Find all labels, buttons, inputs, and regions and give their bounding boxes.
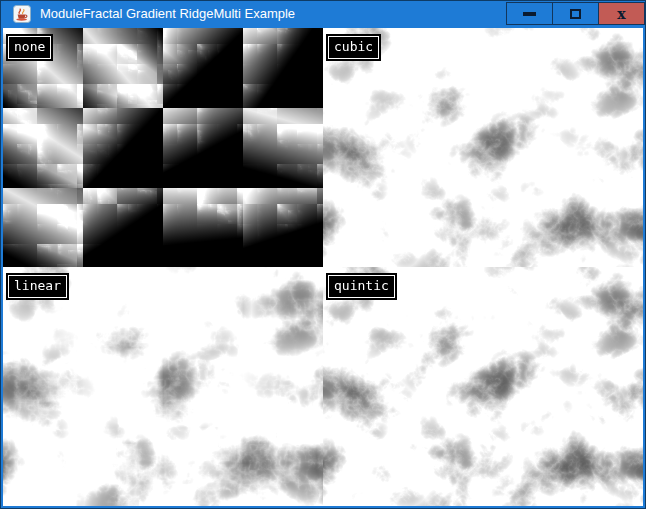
panel-label-linear: linear [8, 275, 67, 298]
noise-canvas-none [3, 28, 323, 267]
noise-panel-quintic: quintic [323, 267, 643, 506]
panel-label-cubic: cubic [328, 36, 379, 59]
title-bar[interactable]: ModuleFractal Gradient RidgeMulti Exampl… [0, 0, 646, 28]
noise-panel-cubic: cubic [323, 28, 643, 267]
window-controls: x [507, 2, 645, 25]
minimize-icon [523, 12, 536, 16]
maximize-icon [570, 9, 581, 19]
noise-canvas-cubic [323, 28, 643, 267]
panel-label-quintic: quintic [328, 275, 395, 298]
app-window: ModuleFractal Gradient RidgeMulti Exampl… [0, 0, 646, 509]
maximize-button[interactable] [552, 2, 599, 25]
close-button[interactable]: x [598, 2, 645, 25]
noise-panel-none: none [3, 28, 323, 267]
render-area: none cubic linear quintic [3, 28, 643, 506]
close-x-icon: x [617, 7, 625, 21]
noise-canvas-quintic [323, 267, 643, 506]
panel-label-none: none [8, 36, 51, 59]
window-title: ModuleFractal Gradient RidgeMulti Exampl… [40, 0, 295, 28]
noise-panel-linear: linear [3, 267, 323, 506]
noise-canvas-linear [3, 267, 323, 506]
minimize-button[interactable] [506, 2, 553, 25]
java-coffee-cup-icon [13, 5, 31, 23]
